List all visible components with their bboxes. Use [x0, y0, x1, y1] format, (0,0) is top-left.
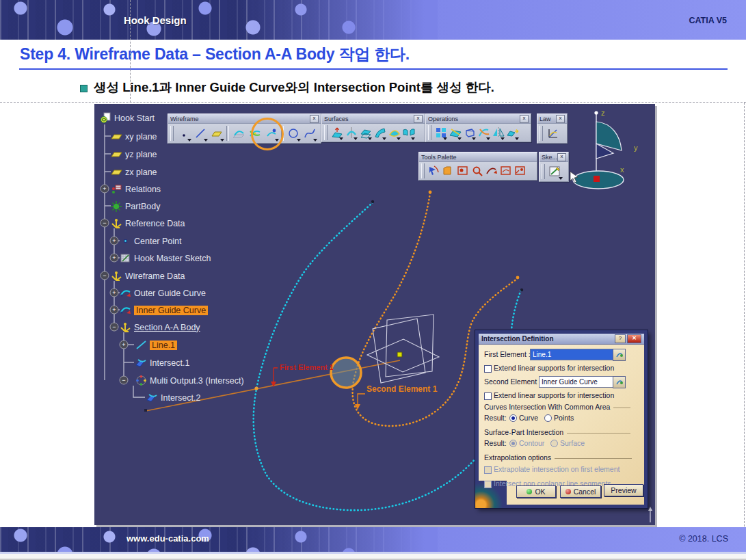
- tree-item-outer-guide-curve[interactable]: Outer Guide Curve: [120, 287, 206, 299]
- close-icon[interactable]: ✕: [627, 334, 641, 343]
- sketcher-icon[interactable]: [547, 163, 563, 180]
- dropdown-arrow-icon[interactable]: [472, 137, 476, 140]
- palette-1-icon[interactable]: [427, 164, 441, 178]
- tree-item-yz-plane[interactable]: yz plane: [111, 148, 157, 160]
- dropdown-arrow-icon[interactable]: [397, 137, 401, 140]
- tree-item-zx-plane[interactable]: zx plane: [111, 166, 157, 178]
- join-icon[interactable]: [434, 126, 448, 140]
- dropdown-arrow-icon[interactable]: [382, 137, 386, 140]
- toolbar-drag-handle[interactable]: [324, 125, 328, 140]
- toolbar-titlebar[interactable]: Ske...x: [539, 152, 568, 162]
- tree-item-inner-guide-curve[interactable]: Inner Guide Curve: [120, 304, 208, 316]
- result-points-radio[interactable]: [544, 414, 552, 422]
- projection-icon[interactable]: [230, 125, 247, 142]
- sweep-icon[interactable]: [373, 126, 387, 140]
- palette-4-icon[interactable]: [470, 164, 484, 178]
- first-element-picker-icon[interactable]: [613, 349, 626, 361]
- trim-icon[interactable]: [477, 126, 491, 140]
- ok-button[interactable]: OK: [516, 485, 556, 498]
- offset-icon[interactable]: [358, 126, 373, 140]
- preview-button[interactable]: Preview: [604, 484, 643, 496]
- tree-item-intersect-1[interactable]: Intersect.1: [135, 357, 189, 369]
- toolbar-ske[interactable]: Ske...x: [539, 152, 569, 182]
- dropdown-arrow-icon[interactable]: [354, 137, 358, 140]
- tree-item-section-a-a-body[interactable]: Section A-A Body: [120, 321, 200, 333]
- cancel-button[interactable]: Cancel: [560, 485, 601, 498]
- extend-second-checkbox[interactable]: [484, 392, 492, 400]
- dropdown-arrow-icon[interactable]: [339, 137, 343, 140]
- close-icon[interactable]: x: [520, 115, 529, 123]
- close-icon[interactable]: x: [310, 115, 319, 123]
- tree-item-hook-start[interactable]: Hook Start: [100, 112, 155, 124]
- tree-item-partbody[interactable]: PartBody: [111, 200, 160, 212]
- point-icon[interactable]: [176, 125, 192, 142]
- dropdown-arrow-icon[interactable]: [220, 139, 224, 142]
- split-icon[interactable]: [448, 126, 462, 140]
- tree-item-multi-output-3-intersect[interactable]: Multi Output.3 (Intersect): [135, 375, 244, 386]
- toolbar-tools-palette[interactable]: Tools Palette: [418, 152, 537, 181]
- extrapolate-icon[interactable]: [505, 126, 520, 140]
- symmetry-icon[interactable]: [491, 126, 505, 140]
- palette-2-icon[interactable]: [441, 164, 455, 178]
- palette-7-icon[interactable]: [513, 164, 527, 178]
- dropdown-arrow-icon[interactable]: [313, 139, 317, 142]
- result-curve-radio[interactable]: [509, 414, 517, 422]
- toolbar-titlebar[interactable]: Tools Palette: [419, 152, 537, 162]
- toolbar-wireframe[interactable]: Wireframex: [168, 114, 321, 144]
- close-icon[interactable]: x: [414, 115, 423, 123]
- toolbar-titlebar[interactable]: Surfacesx: [322, 114, 425, 124]
- dropdown-arrow-icon[interactable]: [559, 177, 563, 180]
- compass[interactable]: z y x: [572, 108, 641, 201]
- spline-icon[interactable]: [302, 125, 318, 142]
- toolbar-drag-handle[interactable]: [542, 164, 545, 179]
- tree-item-relations[interactable]: Relations: [111, 183, 161, 195]
- extrude-icon[interactable]: [330, 126, 344, 140]
- dropdown-arrow-icon[interactable]: [486, 137, 490, 140]
- toolbar-titlebar[interactable]: Lawx: [537, 114, 567, 124]
- compass-base-handle[interactable]: [594, 176, 600, 182]
- tree-item-intersect-2[interactable]: Intersect.2: [146, 392, 200, 403]
- tree-item-reference-data[interactable]: Reference Data: [111, 217, 185, 229]
- first-element-field[interactable]: Line.1: [530, 349, 613, 360]
- tree-item-hook-master-sketch[interactable]: Hook Master Sketch: [120, 252, 211, 264]
- toolbar-titlebar[interactable]: Operationsx: [426, 114, 531, 124]
- toolbar-law[interactable]: Lawx: [537, 114, 568, 144]
- dropdown-arrow-icon[interactable]: [515, 137, 519, 140]
- circle-icon[interactable]: [285, 125, 302, 142]
- tree-item-line-1[interactable]: Line.1: [135, 339, 177, 351]
- blend-icon[interactable]: [401, 126, 416, 140]
- help-button[interactable]: ?: [615, 334, 626, 343]
- toolbar-drag-handle[interactable]: [170, 126, 174, 141]
- tree-item-center-point[interactable]: Center Point: [120, 235, 181, 247]
- close-icon[interactable]: x: [556, 115, 565, 123]
- extend-first-checkbox[interactable]: [484, 365, 492, 373]
- tree-item-xy-plane[interactable]: xy plane: [111, 131, 157, 142]
- fill-icon[interactable]: [387, 126, 401, 140]
- dropdown-arrow-icon[interactable]: [501, 137, 505, 140]
- plane-icon[interactable]: [209, 125, 225, 142]
- toolbar-surfaces[interactable]: Surfacesx: [321, 114, 425, 142]
- toolbar-operations[interactable]: Operationsx: [425, 114, 531, 142]
- close-icon[interactable]: x: [557, 153, 566, 161]
- toolbar-titlebar[interactable]: Wireframex: [168, 114, 321, 124]
- dropdown-arrow-icon[interactable]: [204, 139, 208, 142]
- palette-6-icon[interactable]: [498, 164, 513, 178]
- yellow-point-marker[interactable]: [397, 352, 402, 357]
- tree-item-wireframe-data[interactable]: Wireframe Data: [111, 270, 185, 282]
- palette-3-icon[interactable]: [455, 164, 470, 178]
- dropdown-arrow-icon[interactable]: [297, 139, 301, 142]
- law-icon[interactable]: [545, 125, 561, 142]
- toolbar-drag-handle[interactable]: [539, 126, 543, 141]
- dropdown-arrow-icon[interactable]: [411, 137, 415, 140]
- dropdown-arrow-icon[interactable]: [457, 137, 462, 140]
- dropdown-arrow-icon[interactable]: [368, 137, 372, 140]
- toolbar-drag-handle[interactable]: [421, 163, 425, 178]
- toolbar-drag-handle[interactable]: [428, 125, 431, 140]
- line-icon[interactable]: [192, 125, 209, 142]
- revolve-icon[interactable]: [344, 126, 358, 140]
- second-element-field[interactable]: Inner Guide Curve: [539, 376, 613, 388]
- dialog-titlebar[interactable]: Intersection Definition ? ✕: [479, 334, 644, 345]
- second-element-picker-icon[interactable]: [613, 376, 626, 388]
- scale-icon[interactable]: [462, 126, 477, 140]
- dropdown-arrow-icon[interactable]: [443, 137, 447, 140]
